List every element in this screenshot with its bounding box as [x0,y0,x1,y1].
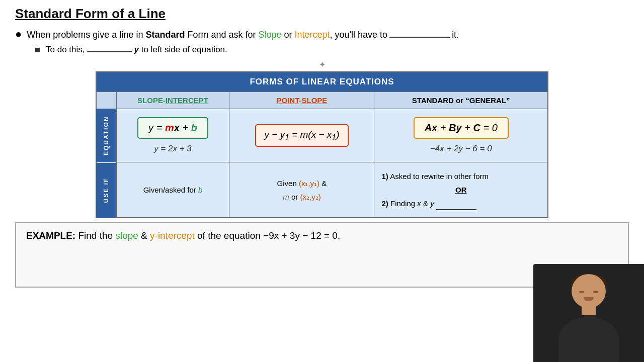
bullet1-or: or [282,30,295,40]
blank-1 [389,29,450,38]
mouth [584,297,594,301]
use-cell3-or-wrapper: OR [381,183,540,197]
forms-table: FORMS OF LINEAR EQUATIONS SLOPE-INTERCEP… [96,71,548,218]
col2-point: POINT [277,96,299,105]
bullet1-bold: Standard [145,30,185,40]
bullet1-pre: When problems give a line in [27,30,145,40]
bullet2-text: To do this,y to left side of equation. [46,44,227,55]
square-bullet [35,48,40,52]
col-header-3: STANDARD or “GENERAL” [374,92,548,109]
eq-example-3: −4x + 2y − 6 = 0 [378,144,543,154]
instructor-overlay [533,264,644,362]
blank-3 [436,203,476,210]
instructor-body [558,317,619,362]
use-cell3-and2: & [423,199,428,208]
col1-intercept: INTERCEPT [166,96,208,105]
col1-slope: SLOPE- [137,96,166,105]
table-header-row: FORMS OF LINEAR EQUATIONS [96,72,548,92]
use-if-row: USE IF Given/asked for b Given (x₁,y₁) &… [96,162,548,218]
use-cell1-b: b [198,186,202,194]
col2-slope: SLOPE [302,96,328,105]
eq-cell-3: Ax + By + C = 0 −4x + 2y − 6 = 0 [374,109,548,162]
use-cell2-m: m [283,193,289,201]
use-cell-3: 1) Asked to rewrite in other form OR 2) … [374,162,548,218]
eq-box-1: y = mx + b [137,117,208,139]
bullet1-mid: Form and ask for [185,30,258,40]
example-label: EXAMPLE: [26,230,75,241]
page-title: Standard Form of a Line [15,6,629,22]
equation-row-label: EQUATION [96,109,116,162]
use-cell3-y: y [430,199,434,208]
eye-left [579,291,584,293]
bullet1-post: , you'll have to [330,30,388,40]
bullet1-text: When problems give a line in Standard Fo… [27,29,459,40]
use-cell3-line1: 1) Asked to rewrite in other form [381,169,540,183]
example-pre: Find the [78,230,115,241]
use-cell3-1text: Asked to rewrite in other form [390,172,489,180]
use-cell3-x: x [417,199,421,208]
use-cell3-2: 2) [381,199,388,208]
use-if-row-label: USE IF [96,162,116,218]
use-cell2-or: or [291,193,298,201]
example-yintercept: y-intercept [150,230,195,241]
instructor-head [572,274,606,308]
bullet-dot-1: ● [15,29,22,40]
eq-example-1: y = 2x + 3 [121,144,225,154]
bullet-2: To do this,y to left side of equation. [35,44,629,55]
use-cell2-and: & [319,179,327,188]
col-spacer [96,92,116,109]
blank-2 [87,44,132,52]
cursor-indicator: ✦ [15,60,629,69]
use-cell3-or: OR [455,186,467,194]
eq-box-2: y − y1 = m(x − x1) [255,124,348,147]
bullet2-post: to left side of equation. [141,45,227,54]
eq-cell-1: y = mx + b y = 2x + 3 [116,109,229,162]
bullet-1: ● When problems give a line in Standard … [15,29,629,40]
bullet2-pre: To do this, [46,45,85,54]
eq-box-3: Ax + By + C = 0 [414,117,509,139]
instructor-figure [541,269,636,362]
use-cell3-1: 1) [381,172,388,180]
use-cell-1: Given/asked for b [116,162,229,218]
use-cell1-pre: Given/asked for [143,186,198,194]
eq-cell-2: y − y1 = m(x − x1) [229,109,374,162]
use-cell2-xy1: (x₁,y₁) [299,179,319,188]
use-cell3-line2: 2) Finding x & y [381,197,540,210]
bullet1-slope: Slope [259,30,282,40]
eye-right [593,291,598,293]
bullet1-end: it. [452,30,459,40]
main-content: Standard Form of a Line ● When problems … [0,0,644,362]
equation-row: EQUATION y = mx + b y = 2x + 3 y − y1 = … [96,109,548,162]
table-wrapper: FORMS OF LINEAR EQUATIONS SLOPE-INTERCEP… [15,71,629,218]
example-slope: slope [115,230,138,241]
bullet1-intercept: Intercept [295,30,330,40]
col-header-1: SLOPE-INTERCEPT [116,92,229,109]
use-cell3-2text: Finding [390,199,415,208]
use-cell-2: Given (x₁,y₁) & m or (x₂,y₂) [229,162,374,218]
table-header: FORMS OF LINEAR EQUATIONS [96,72,548,92]
col-header-2: POINT-SLOPE [229,92,374,109]
use-cell2-xy2: (x₂,y₂) [300,193,320,201]
use-cell2-pre: Given [277,179,299,188]
example-and: & [138,230,150,241]
example-post: of the equation −9x + 3y − 12 = 0. [195,230,340,241]
col-header-row: SLOPE-INTERCEPT POINT-SLOPE STANDARD or … [96,92,548,109]
instructor-neck [582,305,596,315]
bullet2-y: y [134,45,139,54]
